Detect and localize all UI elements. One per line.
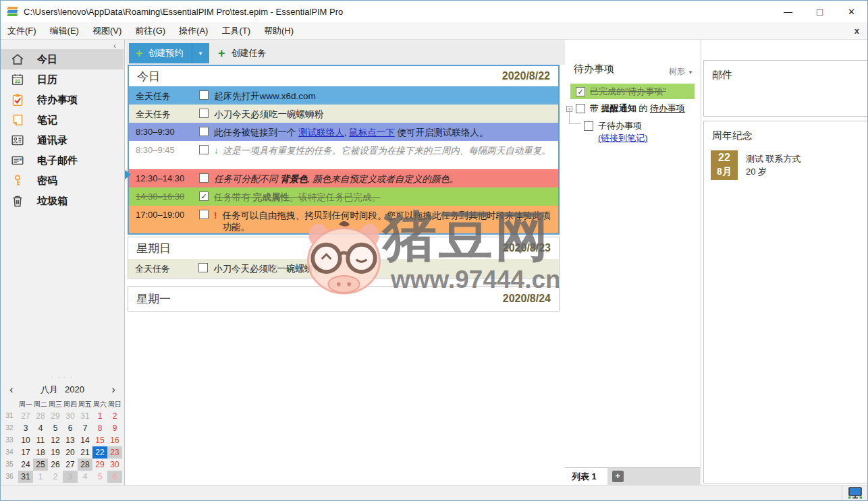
calendar-day[interactable]: 30 <box>63 410 78 422</box>
todo-checkbox-checked[interactable]: ✓ <box>576 87 585 96</box>
mail-panel: 邮件 <box>703 60 868 117</box>
calendar-day[interactable]: 3 <box>63 471 78 483</box>
calendar-day[interactable]: 2 <box>48 471 63 483</box>
calendar-day[interactable]: 17 <box>18 446 33 459</box>
calendar-day[interactable]: 23 <box>107 446 122 459</box>
view-mode-dropdown[interactable]: 树形▼ <box>669 66 693 78</box>
calendar-day[interactable]: 27 <box>63 459 78 471</box>
task-row-completed[interactable]: 14:30–16:30 ✓ 任务带有 完成属性。该特定任务已完成。 <box>129 187 558 206</box>
calendar-day[interactable]: 1 <box>92 410 107 422</box>
calendar-day[interactable]: 24 <box>18 459 33 471</box>
calendar-day[interactable]: 6 <box>107 471 122 483</box>
menu-actions[interactable]: 操作(A) <box>172 22 215 40</box>
task-checkbox[interactable] <box>199 173 209 183</box>
task-row[interactable]: 8:30–9:30 此任务被链接到一个 测试联络人, 鼠标点一下 便可开启测试联… <box>129 123 558 141</box>
calendar-day[interactable]: 7 <box>78 422 92 434</box>
sidebar-item-passwords[interactable]: 密码 <box>1 171 124 191</box>
calendar-day[interactable]: 6 <box>63 422 78 434</box>
calendar-day[interactable]: 15 <box>92 434 107 446</box>
menubar-close-icon[interactable]: x <box>855 26 859 36</box>
minimize-button[interactable]: — <box>772 1 804 22</box>
calendar-day[interactable]: 9 <box>107 422 122 434</box>
calendar-day[interactable]: 14 <box>78 434 92 446</box>
menu-help[interactable]: 帮助(H) <box>257 22 300 40</box>
calendar-day[interactable]: 25 <box>33 459 48 471</box>
sidebar-item-todo[interactable]: 待办事项 <box>1 90 124 110</box>
menu-tools[interactable]: 工具(T) <box>215 22 257 40</box>
task-checkbox[interactable] <box>199 90 209 100</box>
sidebar-item-email[interactable]: 电子邮件 <box>1 150 124 171</box>
task-row[interactable]: 12:30–14:30 任务可分配不同 背景色, 颜色来自预定义或者自定义的颜色… <box>129 169 558 187</box>
task-checkbox[interactable] <box>198 263 208 272</box>
calendar-day[interactable]: 18 <box>33 446 48 459</box>
menu-go[interactable]: 前往(G) <box>128 22 172 40</box>
click-here-link[interactable]: 鼠标点一下 <box>349 127 395 138</box>
menu-view[interactable]: 视图(V) <box>86 22 128 40</box>
calendar-day[interactable]: 16 <box>107 434 122 446</box>
calendar-day[interactable]: 2 <box>107 410 122 422</box>
new-task-button[interactable]: + 创建任务 <box>211 43 273 63</box>
calendar-day[interactable]: 30 <box>107 459 122 471</box>
calendar-day[interactable]: 13 <box>63 434 78 446</box>
new-appointment-dropdown[interactable]: ▾ <box>192 43 209 63</box>
todo-checkbox[interactable] <box>584 121 593 131</box>
anniversary-name: 测试 联系方式 <box>746 152 801 165</box>
todo-item-completed[interactable]: ✓ 已完成的“待办事项” <box>570 84 695 99</box>
calendar-day[interactable]: 31 <box>78 410 92 422</box>
maximize-button[interactable]: □ <box>804 1 836 22</box>
task-checkbox[interactable] <box>199 145 209 154</box>
calendar-day[interactable]: 27 <box>18 410 33 422</box>
todo-item-parent[interactable]: − 带 提醒通知 的 待办事项 <box>566 102 685 115</box>
calendar-day[interactable]: 19 <box>48 446 63 459</box>
add-list-button[interactable]: + <box>612 471 624 482</box>
calendar-day[interactable]: 8 <box>92 422 107 434</box>
menu-file[interactable]: 文件(F) <box>1 22 43 40</box>
sidebar-item-today[interactable]: 今日 <box>1 49 124 69</box>
task-row[interactable]: 全天任务 小刀今天必须吃一碗螺蛳粉 <box>129 105 558 123</box>
section-title: 今日 <box>137 69 160 84</box>
splitter-handle-icon[interactable]: · · · · <box>1 374 124 382</box>
calendar-day[interactable]: 21 <box>78 446 92 459</box>
calendar-day[interactable]: 28 <box>33 410 48 422</box>
sidebar-item-trash[interactable]: 垃圾箱 <box>1 191 124 211</box>
task-row[interactable]: 全天任务 起床先打开www.x6d.com <box>129 86 558 105</box>
close-button[interactable]: ✕ <box>836 1 867 22</box>
calendar-day[interactable]: 31 <box>18 471 33 483</box>
calendar-day[interactable]: 4 <box>78 471 92 483</box>
task-row[interactable]: 17:00–19:00 !任务可以自由拖拽、拷贝到任何时间段。您可以拖拽此任务到… <box>129 206 558 233</box>
todo-item-child[interactable]: 子待办事项 <box>584 120 642 132</box>
calendar-day[interactable]: 11 <box>33 434 48 446</box>
sidebar-item-notes[interactable]: 笔记 <box>1 110 124 130</box>
sidebar-item-contacts[interactable]: 通讯录 <box>1 130 124 150</box>
calendar-day[interactable]: 28 <box>78 459 92 471</box>
calendar-next-icon[interactable]: › <box>106 384 115 396</box>
task-checkbox[interactable] <box>199 109 209 118</box>
calendar-day[interactable]: 10 <box>18 434 33 446</box>
new-appointment-button[interactable]: +创建预约 ▾ <box>129 43 209 63</box>
calendar-day[interactable]: 3 <box>18 422 33 434</box>
menu-edit[interactable]: 编辑(E) <box>43 22 86 40</box>
calendar-day[interactable]: 12 <box>48 434 63 446</box>
task-checkbox[interactable] <box>199 127 209 136</box>
task-checkbox[interactable] <box>199 210 209 219</box>
calendar-day[interactable]: 1 <box>33 471 48 483</box>
calendar-day[interactable]: 29 <box>92 459 107 471</box>
calendar-day[interactable]: 20 <box>63 446 78 459</box>
calendar-day[interactable]: 22 <box>92 446 107 459</box>
calendar-day[interactable]: 29 <box>48 410 63 422</box>
calendar-day[interactable]: 5 <box>48 422 63 434</box>
calendar-day[interactable]: 26 <box>48 459 63 471</box>
calendar-month: 八月 <box>37 384 61 394</box>
anniversary-entry[interactable]: 228月 测试 联系方式 20 岁 <box>711 150 868 180</box>
task-row[interactable]: 全天任务 小刀今天必须吃一碗螺蛳粉 <box>128 259 559 278</box>
tab-list-1[interactable]: 列表 1 <box>565 468 607 485</box>
calendar-day[interactable]: 5 <box>92 471 107 483</box>
linked-note-link[interactable]: (链接到笔记) <box>598 132 648 144</box>
task-row[interactable]: 8:30–9:45 ↓这是一项具有重复性的任务。它被设置为在接下来的三周内、每隔… <box>129 141 558 169</box>
calendar-day[interactable]: 4 <box>33 422 48 434</box>
calendar-prev-icon[interactable]: ‹ <box>9 384 19 396</box>
contact-link[interactable]: 测试联络人 <box>298 127 344 138</box>
task-checkbox-checked[interactable]: ✓ <box>199 191 209 201</box>
sidebar-item-calendar[interactable]: 22 日历 <box>1 69 124 90</box>
statusbar-network-cell[interactable] <box>842 485 867 500</box>
